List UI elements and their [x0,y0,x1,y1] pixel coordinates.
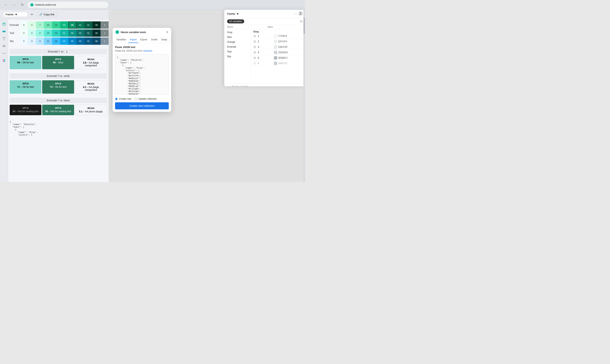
variable-value-4: D0D5DA [274,51,302,54]
add-variable-button[interactable]: + + Create variable [224,84,305,86]
variable-row-5[interactable]: 5 B5BBC2 [251,55,305,61]
edit-button[interactable]: ✏ [30,12,34,17]
color-cell[interactable]: 7 [36,21,44,29]
tab-variables[interactable]: Variables [115,37,128,43]
main-area: Palette ▼ ✏ 🔗 Copy link Emerald 0 0 7 20… [0,10,305,182]
variable-row-4[interactable]: 4 D0D5DA [251,50,305,55]
tab-swap[interactable]: Swap [159,37,169,43]
color-cell[interactable]: 0 [28,29,36,37]
sidebar-icon-type[interactable] [1,36,7,42]
color-cell[interactable]: 69 [68,38,76,45]
modal-close-button[interactable]: × [166,30,168,34]
svg-point-3 [4,24,5,24]
color-cell[interactable]: 98 [93,21,101,29]
copy-link-button[interactable]: 🔗 Copy link [37,12,57,17]
variable-row-3[interactable]: 3 E8ECEF [251,44,305,50]
sidebar-icon-figma[interactable] [1,57,7,64]
variable-icon-5 [253,56,256,59]
apca-score-dark-1: APCA 69 – Nice [42,56,74,69]
layout-toggle-button[interactable] [299,12,302,16]
hue-group-teal[interactable]: Teal [224,49,250,54]
color-cell[interactable]: 1 [101,29,109,37]
color-cell[interactable]: 19 [44,29,52,37]
create-new-radio-label[interactable]: Create new [115,97,131,100]
color-cell[interactable]: 0 [28,38,36,45]
svg-point-26 [254,63,255,64]
tab-guide[interactable]: Guide [149,37,159,43]
color-cell[interactable]: 34 [52,29,60,37]
color-cell[interactable]: 1 [101,38,109,45]
sidebar-icon-compare[interactable] [1,43,7,49]
variable-row-2[interactable]: 2 EFF2F4 [251,39,305,44]
variable-row-6[interactable]: 6 949CA5 [251,61,305,66]
refresh-button[interactable]: ↻ [19,2,25,8]
huetone-link[interactable]: Huetone [143,50,152,52]
color-cell[interactable]: 82 [76,38,84,45]
more-options-button[interactable]: ··· [294,12,297,16]
hue-group-gray[interactable]: Gray [224,30,250,35]
apca-score-dark-3: APCA 36 – Not for reading text [42,105,74,115]
sidebar-icon-palette[interactable] [1,21,7,27]
color-cell[interactable]: 36 [52,38,60,45]
create-new-radio[interactable] [115,98,118,100]
scrollbar[interactable] [303,10,305,182]
color-cell[interactable]: 0 [20,21,28,29]
color-cell[interactable]: 1 [101,21,109,29]
palette-dropdown[interactable]: Palette ▼ [3,12,27,17]
hue-group-sky[interactable]: Sky [224,54,250,59]
variable-row-1[interactable]: 1 F7F8F9 [251,34,305,39]
color-cell[interactable]: 81 [76,21,84,29]
color-cell[interactable]: 50 [60,21,68,29]
color-cell[interactable]: 91 [84,21,93,29]
color-cell[interactable]: 0 [36,29,44,37]
color-cell[interactable]: 9 [36,38,44,45]
color-cell[interactable]: 91 [84,29,93,37]
color-cell[interactable]: 0 [28,21,36,29]
wcag-score-1: WCAG 3.8 – AA (large component [75,56,107,69]
apca-value-3b: 36 – Not for reading text [44,110,72,113]
create-new-collection-button[interactable]: Create new collection [115,102,169,109]
modal-body: Paste JSON text Paste the JSON text from… [113,43,171,112]
tab-book-icon[interactable]: 📄 [169,37,171,43]
hue-group-orange[interactable]: Orange [224,39,250,44]
color-cell[interactable]: 20 [44,21,52,29]
apca-value-1a: 64 – Ok for text [12,61,39,64]
hue-group-red[interactable]: Red [224,35,250,39]
import-description: Paste the JSON text from Huetone [115,50,169,52]
color-cell[interactable]: 81 [76,29,84,37]
color-cell-selected[interactable]: 68 [68,21,76,29]
comparison-section-3: Emerald-7 vs. black APCA 34 – Not for re… [0,96,109,117]
update-collection-radio[interactable] [134,98,137,100]
comparison-vs-input-1[interactable] [65,50,69,53]
apca-label-2b: APCA [44,82,72,85]
palette-selector[interactable]: Palette ▼ [227,12,239,15]
forward-button[interactable]: → [11,2,17,8]
color-cell[interactable]: 91 [84,38,93,45]
color-cell[interactable]: 0 [20,38,28,45]
vp-header: Palette ▼ ··· [224,10,305,18]
color-cell[interactable]: 34 [52,21,60,29]
json-textarea[interactable]: { "name": "Palette", "hues": [ { "name":… [115,54,169,95]
svg-rect-10 [4,59,5,60]
update-collection-radio-label[interactable]: Update collection [134,97,157,100]
tab-import[interactable]: Import [128,37,138,43]
back-button[interactable]: ← [3,2,9,8]
color-cell[interactable]: 98 [93,38,101,45]
color-cell[interactable]: 98 [93,29,101,37]
color-cell[interactable]: 68 [68,29,76,37]
variable-num-4: 4 [258,51,259,54]
hue-group-emerald[interactable]: Emerald [224,44,250,49]
sidebar-icon-json[interactable]: JSON [1,50,7,56]
address-bar[interactable]: huetone.ardov.me [27,2,108,8]
color-swatch-3 [274,45,277,49]
all-variables-tab[interactable]: All variables [227,19,244,23]
gray-group-header: Gray [251,29,305,34]
color-cell[interactable]: 0 [20,29,28,37]
name-column-header: Name [224,25,265,29]
scrollbar-thumb[interactable] [304,18,305,34]
color-cell[interactable]: 22 [44,38,52,45]
tab-export[interactable]: Export [139,37,149,43]
color-cell[interactable]: 51 [60,29,68,37]
color-cell[interactable]: 52 [60,38,68,45]
sidebar-icon-gradient[interactable] [1,28,7,35]
